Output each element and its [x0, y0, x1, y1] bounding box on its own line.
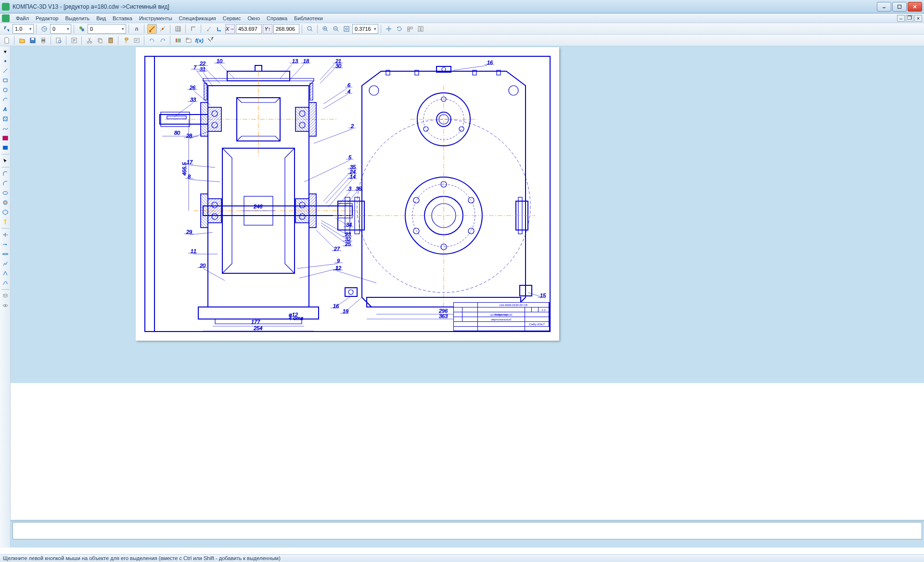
snap-end-button[interactable] — [147, 24, 157, 34]
point-tool[interactable] — [1, 57, 10, 65]
menu-editor[interactable]: Редактор — [32, 14, 62, 22]
menu-select[interactable]: Выделить — [62, 14, 93, 22]
menu-service[interactable]: Сервис — [219, 14, 244, 22]
menu-tools[interactable]: Инструменты — [136, 14, 176, 22]
properties2-button[interactable] — [132, 36, 141, 45]
menu-file[interactable]: Файл — [13, 14, 32, 22]
angle-button[interactable] — [39, 24, 49, 34]
svg-point-28 — [90, 41, 92, 43]
pan-button[interactable] — [384, 24, 394, 34]
status-bar: Щелкните левой кнопкой мыши на объекте д… — [0, 554, 924, 562]
equidist-tool[interactable] — [1, 279, 10, 287]
variables-button[interactable]: f(x) — [194, 36, 204, 45]
poly-tool[interactable] — [1, 259, 10, 268]
window-list-button[interactable] — [405, 24, 415, 34]
open-button[interactable] — [17, 36, 27, 45]
zoom-fit-button[interactable] — [342, 24, 351, 34]
x-coord-input[interactable] — [236, 24, 262, 34]
undo-button[interactable] — [147, 36, 157, 45]
text-tool[interactable]: A — [1, 105, 10, 114]
svg-rect-88 — [201, 194, 208, 228]
svg-rect-71 — [309, 102, 316, 136]
save-button[interactable] — [28, 36, 38, 45]
help-button[interactable]: ? — [205, 36, 215, 45]
redo-button[interactable] — [158, 36, 167, 45]
select-tool[interactable] — [1, 156, 10, 165]
properties-button[interactable] — [69, 36, 79, 45]
cursor-step-button[interactable] — [2, 24, 12, 34]
cut-button[interactable] — [85, 36, 94, 45]
axis-tool[interactable] — [1, 250, 10, 258]
zoom-window-button[interactable] — [305, 24, 315, 34]
snap-mid-button[interactable] — [158, 24, 167, 34]
svg-rect-22 — [42, 38, 45, 39]
attach-button[interactable] — [132, 24, 141, 34]
zoom-in-button[interactable] — [321, 24, 330, 34]
spline-tool[interactable] — [1, 124, 10, 133]
maximize-button[interactable] — [892, 2, 907, 12]
local-cs-button[interactable] — [215, 24, 224, 34]
doc-close-button[interactable]: × — [914, 15, 922, 22]
menu-spec[interactable]: Спецификация — [176, 14, 219, 22]
paste-button[interactable] — [106, 36, 116, 45]
svg-point-27 — [87, 41, 89, 43]
doc-restore-button[interactable]: ❐ — [906, 15, 913, 22]
tabs-button[interactable] — [184, 36, 193, 45]
bolt-tool[interactable] — [1, 217, 10, 226]
library-button[interactable] — [173, 36, 183, 45]
command-input[interactable] — [13, 522, 922, 539]
doc-minimize-button[interactable]: – — [897, 15, 905, 22]
arc-tool[interactable] — [1, 95, 10, 104]
rough-tool[interactable] — [1, 269, 10, 278]
angle-combo[interactable]: 0 — [50, 24, 71, 34]
y-coord-input[interactable] — [273, 24, 299, 34]
svg-rect-17 — [418, 26, 420, 31]
style-combo[interactable]: 0 — [88, 24, 126, 34]
dim-tool[interactable] — [1, 143, 10, 152]
style-button[interactable] — [77, 24, 87, 34]
minimize-button[interactable] — [877, 2, 891, 12]
drawing-sheet[interactable]: 80 466.5 246 177 254 ø12 4 отв — [136, 47, 559, 341]
svg-point-129 — [468, 228, 474, 234]
menu-help[interactable]: Справка — [263, 14, 291, 22]
svg-rect-90 — [309, 194, 316, 228]
fillet-tool[interactable] — [1, 169, 10, 178]
view-tool[interactable] — [1, 301, 10, 310]
menu-insert[interactable]: Вставка — [109, 14, 136, 22]
polygon-tool[interactable] — [1, 208, 10, 217]
svg-line-207 — [323, 170, 352, 201]
scale-step-combo[interactable]: 1.0 — [13, 24, 34, 34]
hatch-tool[interactable] — [1, 115, 10, 123]
grid-button[interactable] — [173, 24, 183, 34]
zoom-out-button[interactable] — [331, 24, 341, 34]
line-tool[interactable] — [1, 66, 10, 75]
svg-point-42 — [3, 88, 7, 92]
offset-tool[interactable] — [1, 198, 10, 207]
circle-tool[interactable] — [1, 86, 10, 94]
title-block: 116.0606-0100.00 СБ Редуктор1:1 цилиндри… — [453, 302, 550, 331]
tile-button[interactable] — [416, 24, 425, 34]
svg-line-183 — [190, 179, 220, 182]
format-paint-button[interactable] — [121, 36, 131, 45]
extend-tool[interactable] — [1, 240, 10, 249]
rect-tool[interactable] — [1, 76, 10, 85]
print-button[interactable] — [38, 36, 48, 45]
table-tool[interactable] — [1, 134, 10, 142]
ellipse-tool[interactable] — [1, 189, 10, 197]
ortho-button[interactable] — [189, 24, 198, 34]
preview-button[interactable] — [54, 36, 64, 45]
new-button[interactable] — [2, 36, 12, 45]
trim-tool[interactable] — [1, 230, 10, 239]
menu-window[interactable]: Окно — [244, 14, 263, 22]
polar-button[interactable] — [204, 24, 214, 34]
chamfer-tool[interactable] — [1, 179, 10, 188]
copy-button[interactable] — [95, 36, 105, 45]
doc-icon[interactable] — [2, 14, 10, 22]
menu-libs[interactable]: Библиотеки — [291, 14, 326, 22]
geometry-expand-icon[interactable]: ▾ — [1, 47, 10, 56]
menu-view[interactable]: Вид — [93, 14, 109, 22]
layer-tool[interactable] — [1, 292, 10, 300]
refresh-button[interactable] — [395, 24, 404, 34]
close-button[interactable] — [908, 2, 922, 12]
zoom-combo[interactable]: 0.3716 — [352, 24, 378, 34]
